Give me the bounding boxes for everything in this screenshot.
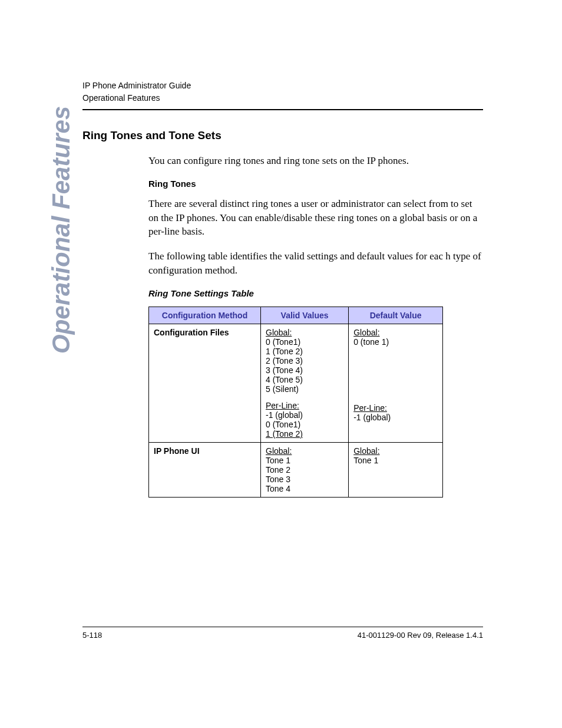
header-line-2: Operational Features (82, 92, 483, 104)
value-line: Tone 2 (266, 465, 343, 475)
doc-id: 41-001129-00 Rev 09, Release 1.4.1 (358, 631, 483, 640)
ring-tones-para-2: The following table identifies the valid… (148, 249, 483, 278)
value-line: 0 (Tone1) (266, 420, 343, 429)
sidebar-tab-label: Operational Features (47, 106, 75, 354)
value-line: -1 (global) (266, 410, 343, 420)
value-line: Tone 1 (266, 456, 343, 465)
page-number: 5-118 (82, 631, 102, 640)
page-content: IP Phone Administrator Guide Operational… (82, 80, 483, 645)
ring-tones-heading: Ring Tones (148, 179, 483, 189)
table-row: Configuration Files Global: 0 (Tone1) 1 … (149, 324, 443, 442)
header-line-1: IP Phone Administrator Guide (82, 80, 483, 92)
col-config-method: Configuration Method (149, 307, 261, 324)
value-line: Tone 4 (266, 484, 343, 493)
cell-valid: Global: Tone 1 Tone 2 Tone 3 Tone 4 (261, 442, 349, 497)
global-label: Global: (266, 446, 343, 456)
body: You can configure ring tones and ring to… (148, 154, 483, 498)
ring-tones-para-1: There are several distinct ring tones a … (148, 197, 483, 239)
value-line: 0 (tone 1) (353, 337, 438, 347)
global-label: Global: (266, 328, 343, 337)
cell-default: Global: 0 (tone 1) Per-Line: -1 (global) (349, 324, 443, 442)
cell-default: Global: Tone 1 (349, 442, 443, 497)
value-line: 1 (Tone 2) (266, 347, 343, 356)
col-valid-values: Valid Values (261, 307, 349, 324)
running-header: IP Phone Administrator Guide Operational… (82, 80, 483, 104)
global-label: Global: (353, 328, 438, 337)
cell-valid: Global: 0 (Tone1) 1 (Tone 2) 2 (Tone 3) … (261, 324, 349, 442)
value-line: 4 (Tone 5) (266, 375, 343, 384)
ring-tone-settings-table: Configuration Method Valid Values Defaul… (148, 307, 443, 498)
value-line: 5 (Silent) (266, 384, 343, 394)
value-line: Tone 1 (353, 456, 438, 465)
table-header-row: Configuration Method Valid Values Defaul… (149, 307, 443, 324)
value-line: 2 (Tone 3) (266, 356, 343, 365)
table-row: IP Phone UI Global: Tone 1 Tone 2 Tone 3… (149, 442, 443, 497)
global-label: Global: (353, 446, 438, 456)
cell-method: IP Phone UI (149, 442, 261, 497)
cell-method: Configuration Files (149, 324, 261, 442)
footer-rule (82, 627, 483, 627)
page-footer: 5-118 41-001129-00 Rev 09, Release 1.4.1 (82, 627, 483, 640)
perline-label: Per-Line: (266, 401, 343, 410)
perline-label: Per-Line: (353, 403, 438, 413)
table-title: Ring Tone Settings Table (148, 288, 483, 298)
value-line: Tone 3 (266, 475, 343, 484)
header-rule (82, 109, 483, 110)
value-line: 1 (Tone 2) (266, 429, 343, 439)
value-line: 0 (Tone1) (266, 337, 343, 347)
value-line: 3 (Tone 4) (266, 365, 343, 375)
section-title: Ring Tones and Tone Sets (82, 129, 483, 142)
intro-paragraph: You can configure ring tones and ring to… (148, 154, 483, 168)
col-default-value: Default Value (349, 307, 443, 324)
value-line: -1 (global) (353, 413, 438, 422)
